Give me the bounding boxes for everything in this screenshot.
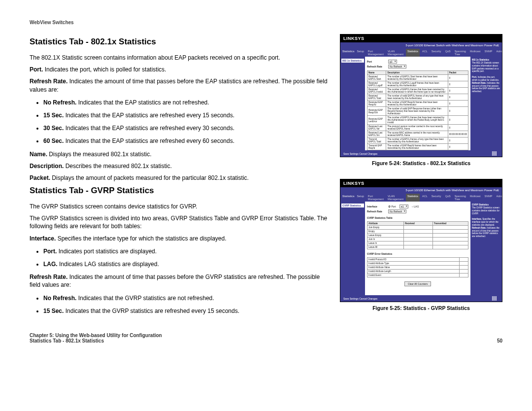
tab[interactable]: Security — [430, 194, 443, 202]
table-cell: 0 — [448, 88, 468, 94]
figure-5-24: LINKSYS 5-port 10/100 Ethernet Switch wi… — [340, 34, 502, 157]
table-row: Join In — [367, 238, 468, 241]
brand-logo: LINKSYS — [340, 34, 502, 42]
table-row: Received EAP LenErrorThe number of EAPOL… — [367, 116, 468, 125]
bullet-text: Indicates LAG statistics are displayed. — [58, 261, 159, 268]
th-tx: Transmitted — [432, 222, 468, 226]
tab[interactable]: Spanning Tree — [453, 49, 467, 57]
port-label: Port. — [30, 66, 43, 73]
subnav-selected[interactable]: 802.1x Statistics — [341, 59, 364, 63]
device-title: 5-port 10/100 Ethernet Switch with WebVi… — [340, 42, 502, 47]
tab[interactable]: Setup — [355, 49, 365, 57]
tab[interactable]: Statistics — [406, 49, 420, 57]
tab[interactable]: Admin — [495, 194, 502, 202]
tab[interactable]: Spanning Tree — [453, 194, 467, 202]
table-cell: 0 — [448, 144, 468, 150]
iface-text: Specifies the interface type for which t… — [56, 235, 226, 242]
table-row: Received Last EAPOL SrcThe source MAC ad… — [367, 131, 468, 137]
refresh2-label: Refresh Rate. — [30, 274, 67, 280]
tab[interactable]: VLAN Management — [386, 49, 405, 57]
footer-bar: Save Settings Cancel Changes — [340, 150, 502, 157]
tab[interactable]: SNMP — [483, 49, 494, 57]
desc-label: Description. — [30, 163, 64, 170]
device-title: 5-port 10/100 Ethernet Switch with WebVi… — [340, 187, 502, 192]
section2-bullets2: No Refresh. Indicates that the GVRP stat… — [43, 294, 328, 315]
tab[interactable]: Setup — [355, 194, 365, 202]
port-label: Port — [367, 60, 387, 63]
bullet-text: Indicates that the EAP statistics are re… — [64, 137, 234, 144]
subnav-selected[interactable]: GVRP Statistics — [341, 204, 364, 207]
table-row: Invalid Attribute Length — [367, 270, 468, 274]
packet-label: Packet. — [30, 174, 50, 181]
table-row: Invalid Attribute Value — [367, 266, 468, 270]
lag-radio[interactable]: ○ LAG — [412, 205, 419, 208]
gvrp-error-table: Invalid Protocol IDInvalid Attribute Typ… — [367, 257, 468, 277]
tab[interactable]: ACL — [421, 49, 429, 57]
tab[interactable]: Port Management — [366, 194, 385, 202]
port-dropdown[interactable]: e1 — [399, 205, 408, 208]
bullet-text: Indicates port statistics are displayed. — [57, 248, 157, 255]
table-cell: 00:00:00:00:00:00 — [448, 131, 468, 137]
table-cell: The number of EAPOL frames of any type t… — [386, 137, 448, 144]
port-radio[interactable]: ⦿ Port — [388, 205, 396, 208]
side-label: Statistics — [342, 194, 354, 202]
table-cell: The number of EAPOL Start frames that ha… — [386, 75, 448, 81]
table-row: Received EAPOL LogoffThe number of EAPOL… — [367, 81, 468, 88]
page-number: 50 — [497, 338, 502, 343]
tab-row: Statistics Setup Port Management VLAN Ma… — [340, 47, 502, 57]
table-cell: The number of EAP Resp/Id frames that ha… — [386, 101, 448, 107]
footer-line1: Chapter 5: Using the Web-based Utility f… — [30, 333, 162, 338]
bullet-label: 30 Sec. — [43, 125, 64, 132]
bullet-text: Indicates that the EAP statistics are no… — [76, 99, 209, 106]
tab[interactable]: VLAN Management — [386, 194, 405, 202]
table-cell: The number of EAPOL frames that have bee… — [386, 116, 448, 125]
table-cell: The protocol version number carried in t… — [386, 125, 448, 131]
tab[interactable]: ACL — [421, 194, 429, 202]
section1-intro: The 802.1X Statistic screen contains inf… — [30, 54, 328, 62]
port-dropdown[interactable]: g1 — [388, 60, 397, 64]
table1-title: GVRP Statistics Table — [367, 216, 468, 219]
iface-label: Interface — [367, 205, 387, 208]
table-cell: 0 — [448, 81, 468, 88]
refresh-dropdown[interactable]: No Refresh — [388, 65, 406, 68]
list-item: 15 Sec. Indicates that the EAP statistic… — [43, 111, 328, 119]
content-panel: Interface ⦿ Port e1 ○ LAG Refresh Rate N… — [365, 202, 470, 299]
bullet-label: Port. — [43, 248, 57, 255]
table-cell: 0 — [448, 94, 468, 101]
th-attr: Attribute — [367, 222, 404, 226]
page-footer: Chapter 5: Using the Web-based Utility f… — [30, 333, 502, 343]
tab[interactable]: QoS — [444, 49, 452, 57]
tab[interactable]: Statistics — [406, 194, 420, 202]
table-cell: Received EAP Resp/Oth — [367, 107, 386, 116]
tab[interactable]: Security — [430, 49, 443, 57]
refresh-dropdown[interactable]: No Refresh — [388, 209, 406, 213]
list-item: 15 Sec. Indicates that the GVRP statisti… — [43, 307, 328, 315]
refresh-label: Refresh Rate. — [30, 78, 67, 85]
tab[interactable]: QoS — [444, 194, 452, 202]
footer-bar: Save Settings Cancel Changes — [340, 295, 502, 302]
left-nav: 802.1x Statistics — [340, 57, 365, 154]
refresh2-text: Indicates the amount of time that passes… — [30, 274, 320, 288]
tab[interactable]: Multicast — [468, 49, 482, 57]
table-row: Received Last EAPOL VerThe protocol vers… — [367, 125, 468, 131]
bullet-label: 15 Sec. — [43, 112, 64, 119]
table-row: Invalid Attribute Type — [367, 262, 468, 266]
tab[interactable]: Port Management — [366, 49, 385, 57]
table-row: Transmit EAP Req/IdThe number of EAP Req… — [367, 144, 468, 150]
refresh2-definition: Refresh Rate. Indicates the amount of ti… — [30, 273, 328, 289]
section1-title: Statistics Tab - 802.1x Statistics — [30, 37, 328, 47]
tab[interactable]: Multicast — [468, 194, 482, 202]
table-row: Transmit EAPOL TotalThe number of EAPOL … — [367, 137, 468, 144]
content-panel: Port g1 Refresh Rate No Refresh Name Des… — [365, 57, 470, 154]
footer-line2: Statistics Tab - 802.1x Statistics — [30, 338, 162, 343]
table-cell: Received EAPOL Logoff — [367, 81, 386, 88]
table-cell: The number of valid EAPOL frames of any … — [386, 94, 448, 101]
table-cell: 0 — [448, 75, 468, 81]
desc-definition: Description. Describes the measured 802.… — [30, 162, 328, 170]
clear-counters-button[interactable]: Clear All Counters — [404, 281, 431, 286]
help-panel: 802.1x Statistics The 802.1X Statistic s… — [470, 57, 502, 154]
name-definition: Name. Displays the measured 802.1x stati… — [30, 150, 328, 158]
tab[interactable]: Admin — [495, 49, 502, 57]
tab[interactable]: SNMP — [483, 194, 494, 202]
footer-text: Save Settings Cancel Changes — [343, 152, 377, 155]
